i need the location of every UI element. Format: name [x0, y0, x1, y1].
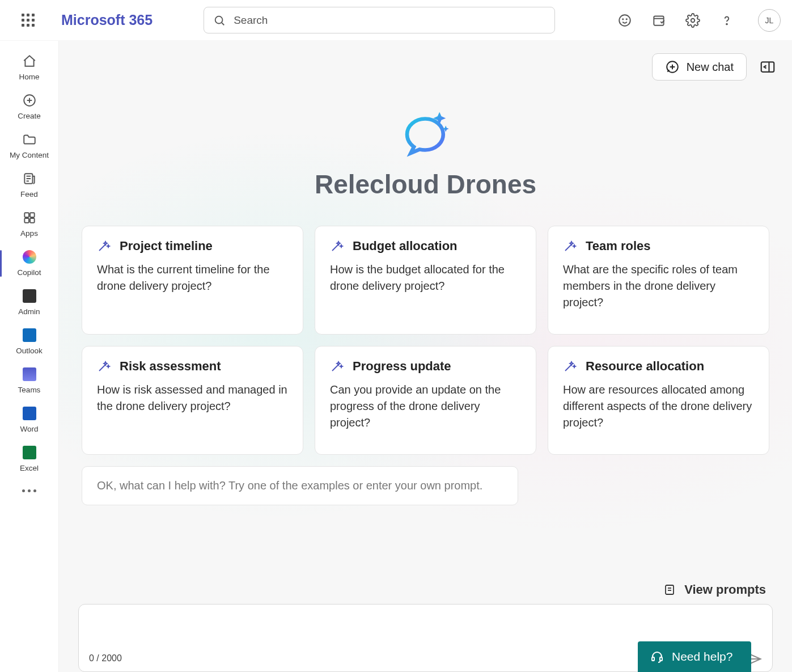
outlook-icon [22, 327, 37, 343]
sidebar-item-label: Create [18, 112, 41, 120]
message-input[interactable] [79, 605, 772, 644]
svg-line-1 [222, 23, 224, 25]
prompt-card-title: Resource allocation [586, 359, 704, 374]
prompt-card-body: What is the current timeline for the dro… [97, 261, 288, 294]
svg-point-0 [215, 16, 223, 23]
prompt-card[interactable]: Resource allocation How are resources al… [548, 346, 769, 455]
new-chat-icon [665, 60, 680, 74]
char-counter: 0 / 2000 [89, 653, 122, 663]
svg-rect-23 [666, 585, 674, 594]
admin-icon [22, 288, 37, 304]
hero: Relecloud Drones [59, 103, 792, 200]
prompt-card[interactable]: Risk assessment How is risk assessed and… [82, 346, 303, 455]
wand-icon [97, 239, 111, 253]
app-header: Microsoft 365 JL [0, 0, 792, 41]
svg-rect-18 [24, 218, 29, 223]
prompt-card-title: Team roles [586, 239, 651, 253]
prompt-card[interactable]: Budget allocation How is the budget allo… [315, 226, 536, 335]
sidebar-item-label: Feed [20, 190, 38, 198]
wand-icon [330, 239, 344, 253]
teams-icon [22, 366, 37, 382]
wand-icon [563, 360, 577, 373]
sidebar-item-apps[interactable]: Apps [0, 205, 58, 243]
search-box[interactable] [204, 7, 555, 33]
sidebar-item-excel[interactable]: Excel [0, 440, 58, 478]
copilot-chat-icon [395, 103, 457, 166]
excel-icon [22, 445, 37, 460]
settings-icon[interactable] [685, 13, 700, 28]
prompt-card[interactable]: Progress update Can you provide an updat… [315, 346, 536, 455]
sidebar-item-my-content[interactable]: My Content [0, 127, 58, 165]
toggle-panel-icon[interactable] [759, 58, 776, 75]
sidebar-item-label: Copilot [17, 268, 41, 277]
svg-rect-17 [30, 213, 35, 217]
need-help-label: Need help? [672, 650, 732, 663]
prompt-card-title: Budget allocation [353, 239, 458, 253]
apps-icon [22, 210, 37, 226]
user-avatar[interactable]: JL [758, 9, 781, 32]
calendar-check-icon[interactable] [651, 13, 666, 28]
view-prompts-label: View prompts [684, 582, 766, 597]
svg-point-4 [626, 19, 627, 19]
svg-point-2 [619, 15, 630, 26]
sidebar-item-create[interactable]: Create [0, 88, 58, 126]
sidebar-item-teams[interactable]: Teams [0, 362, 58, 400]
prompt-card[interactable]: Project timeline What is the current tim… [82, 226, 303, 335]
news-icon [22, 171, 37, 187]
svg-rect-31 [652, 657, 654, 661]
search-icon [213, 14, 226, 27]
help-icon[interactable] [719, 13, 734, 28]
new-chat-button[interactable]: New chat [652, 53, 747, 81]
sidebar-item-admin[interactable]: Admin [0, 284, 58, 322]
sidebar-item-label: Home [19, 73, 39, 81]
more-apps-icon[interactable] [22, 489, 36, 492]
main-area: New chat Relecloud Drones Project timeli… [59, 41, 792, 672]
sidebar-item-word[interactable]: Word [0, 401, 58, 439]
wand-icon [563, 239, 577, 253]
new-chat-label: New chat [687, 61, 734, 74]
prompt-card-title: Project timeline [120, 239, 213, 253]
sidebar-item-label: Teams [18, 386, 41, 394]
folder-icon [22, 132, 37, 147]
wand-icon [97, 360, 111, 373]
svg-rect-5 [654, 16, 663, 25]
sidebar-item-label: Outlook [16, 346, 43, 355]
app-launcher-icon[interactable] [17, 10, 39, 31]
emoji-icon[interactable] [617, 13, 632, 28]
wand-icon [330, 360, 344, 373]
sidebar-item-outlook[interactable]: Outlook [0, 323, 58, 361]
sidebar-item-label: Apps [20, 229, 38, 238]
sidebar-item-feed[interactable]: Feed [0, 166, 58, 204]
prompt-card-body: Can you provide an update on the progres… [330, 382, 521, 431]
svg-rect-16 [24, 213, 29, 217]
plus-circle-icon [22, 92, 37, 108]
sidebar-item-label: Admin [18, 307, 40, 316]
prompt-card-title: Progress update [353, 359, 451, 374]
prompt-card-grid: Project timeline What is the current tim… [59, 200, 792, 455]
prompt-card-body: How is risk assessed and managed in the … [97, 382, 288, 415]
chat-topbar: New chat [59, 41, 792, 81]
example-hint-bar: OK, what can I help with? Try one of the… [82, 466, 518, 505]
sidebar-item-label: My Content [10, 151, 49, 159]
svg-rect-32 [660, 657, 662, 661]
prompt-card-body: How are resources allocated among differ… [563, 382, 754, 431]
home-icon [22, 53, 37, 69]
svg-point-3 [622, 19, 623, 19]
copilot-icon [22, 249, 37, 265]
prompts-icon [663, 583, 676, 597]
word-icon [22, 405, 37, 421]
prompt-card-body: How is the budget allocated for the dron… [330, 261, 521, 294]
view-prompts-button[interactable]: View prompts [78, 582, 773, 604]
prompt-card-title: Risk assessment [120, 359, 221, 374]
prompt-card[interactable]: Team roles What are the specific roles o… [548, 226, 769, 335]
sidebar-item-label: Word [20, 425, 38, 433]
sidebar-item-home[interactable]: Home [0, 49, 58, 87]
need-help-button[interactable]: Need help? [638, 641, 751, 672]
page-title: Relecloud Drones [315, 169, 536, 200]
sidebar-item-copilot[interactable]: Copilot [0, 244, 58, 282]
sidebar-item-label: Excel [20, 464, 39, 472]
svg-point-8 [726, 23, 727, 24]
search-input[interactable] [234, 14, 545, 27]
prompt-card-body: What are the specific roles of team memb… [563, 261, 754, 311]
svg-point-7 [691, 18, 695, 22]
